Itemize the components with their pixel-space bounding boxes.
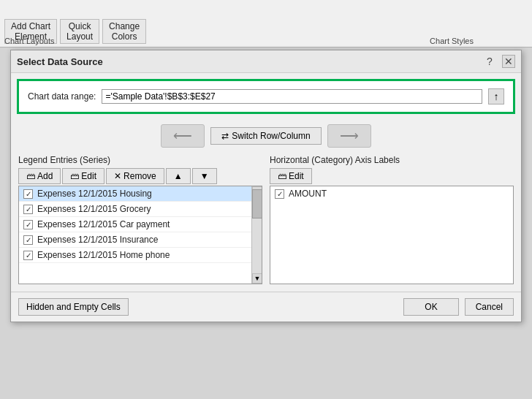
data-range-row: Chart data range: ↑ <box>17 79 515 114</box>
series-checkbox-3[interactable]: ✓ <box>23 235 33 245</box>
dialog-title-controls: ? ✕ <box>483 55 515 68</box>
add-series-icon: 🗃 <box>26 171 35 181</box>
right-arrow-decoration: ⟶ <box>327 124 371 148</box>
collapse-icon: ↑ <box>494 91 499 102</box>
scroll-down-arrow[interactable]: ▼ <box>252 273 262 284</box>
quick-layout-button[interactable]: QuickLayout <box>60 19 99 44</box>
series-label-0: Expenses 12/1/2015 Housing <box>37 189 152 199</box>
edit-series-button[interactable]: 🗃 Edit <box>62 168 104 184</box>
chart-styles-label: Chart Styles <box>430 37 474 45</box>
series-checkbox-4[interactable]: ✓ <box>23 251 33 260</box>
dialog-bottom: Hidden and Empty Cells OK Cancel <box>11 292 521 322</box>
series-scrollbar[interactable]: ▲ ▼ <box>251 186 262 284</box>
legend-entries-section: Legend Entries (Series) 🗃 Add 🗃 Edit ✕ R… <box>18 155 262 284</box>
series-checkbox-1[interactable]: ✓ <box>23 205 33 214</box>
axis-labels-title: Horizontal (Category) Axis Labels <box>270 155 514 165</box>
series-checkbox-0[interactable]: ✓ <box>23 189 33 199</box>
axis-checkbox-0[interactable]: ✓ <box>275 189 284 199</box>
data-range-label: Chart data range: <box>28 91 96 102</box>
select-data-source-dialog: Select Data Source ? ✕ Chart data range:… <box>10 50 522 322</box>
axis-label-0: AMOUNT <box>289 189 327 199</box>
left-arrow-decoration: ⟵ <box>161 124 205 148</box>
axis-labels-section: Horizontal (Category) Axis Labels 🗃 Edit… <box>270 155 514 284</box>
data-range-collapse-button[interactable]: ↑ <box>488 88 504 104</box>
series-label-2: Expenses 12/1/2015 Car payment <box>37 219 170 229</box>
series-item-4[interactable]: ✓ Expenses 12/1/2015 Home phone <box>19 248 262 263</box>
move-up-series-button[interactable]: ▲ <box>166 168 191 184</box>
dialog-title: Select Data Source <box>17 56 103 67</box>
two-column-area: Legend Entries (Series) 🗃 Add 🗃 Edit ✕ R… <box>11 155 521 292</box>
series-list: ✓ Expenses 12/1/2015 Housing ✓ Expenses … <box>18 186 262 284</box>
dialog-titlebar: Select Data Source ? ✕ <box>11 50 521 73</box>
edit-series-icon: 🗃 <box>70 171 79 181</box>
remove-series-icon: ✕ <box>114 171 121 181</box>
hidden-empty-cells-button[interactable]: Hidden and Empty Cells <box>18 298 129 316</box>
series-checkbox-2[interactable]: ✓ <box>23 220 33 229</box>
move-down-series-button[interactable]: ▼ <box>192 168 217 184</box>
chart-layouts-label: Chart Layouts <box>4 37 54 45</box>
switch-icon: ⇄ <box>221 131 229 141</box>
remove-series-button[interactable]: ✕ Remove <box>106 168 164 184</box>
edit-axis-button[interactable]: 🗃 Edit <box>270 168 312 184</box>
switch-row-column-button[interactable]: ⇄ Switch Row/Column <box>210 127 321 145</box>
series-item-1[interactable]: ✓ Expenses 12/1/2015 Grocery <box>19 202 262 217</box>
edit-series-label: Edit <box>81 171 96 181</box>
add-series-label: Add <box>37 171 53 181</box>
add-series-button[interactable]: 🗃 Add <box>18 168 61 184</box>
axis-item-0[interactable]: ✓ AMOUNT <box>270 186 513 201</box>
move-down-icon: ▼ <box>200 171 209 181</box>
move-up-icon: ▲ <box>174 171 183 181</box>
scrollbar-thumb[interactable] <box>252 189 262 218</box>
axis-toolbar: 🗃 Edit <box>270 168 514 184</box>
series-item-0[interactable]: ✓ Expenses 12/1/2015 Housing <box>19 186 262 202</box>
dialog-help-button[interactable]: ? <box>483 55 496 68</box>
legend-entries-title: Legend Entries (Series) <box>18 155 262 165</box>
axis-list: ✓ AMOUNT <box>270 186 514 284</box>
switch-btn-label: Switch Row/Column <box>232 131 310 141</box>
edit-axis-icon: 🗃 <box>278 171 286 181</box>
remove-series-label: Remove <box>123 171 156 181</box>
cancel-button[interactable]: Cancel <box>465 298 514 316</box>
series-label-1: Expenses 12/1/2015 Grocery <box>37 204 151 214</box>
edit-axis-label: Edit <box>289 171 304 181</box>
series-label-3: Expenses 12/1/2015 Insurance <box>37 235 158 245</box>
ok-cancel-area: OK Cancel <box>403 298 514 316</box>
series-label-4: Expenses 12/1/2015 Home phone <box>37 250 170 260</box>
series-item-3[interactable]: ✓ Expenses 12/1/2015 Insurance <box>19 232 262 248</box>
series-item-2[interactable]: ✓ Expenses 12/1/2015 Car payment <box>19 217 262 232</box>
change-colors-button[interactable]: ChangeColors <box>102 19 146 44</box>
ok-button[interactable]: OK <box>403 298 458 316</box>
dialog-close-button[interactable]: ✕ <box>502 55 515 68</box>
switch-row-area: ⟵ ⇄ Switch Row/Column ⟶ <box>11 120 521 155</box>
data-range-input[interactable] <box>102 89 482 104</box>
legend-entries-toolbar: 🗃 Add 🗃 Edit ✕ Remove ▲ ▼ <box>18 168 262 184</box>
